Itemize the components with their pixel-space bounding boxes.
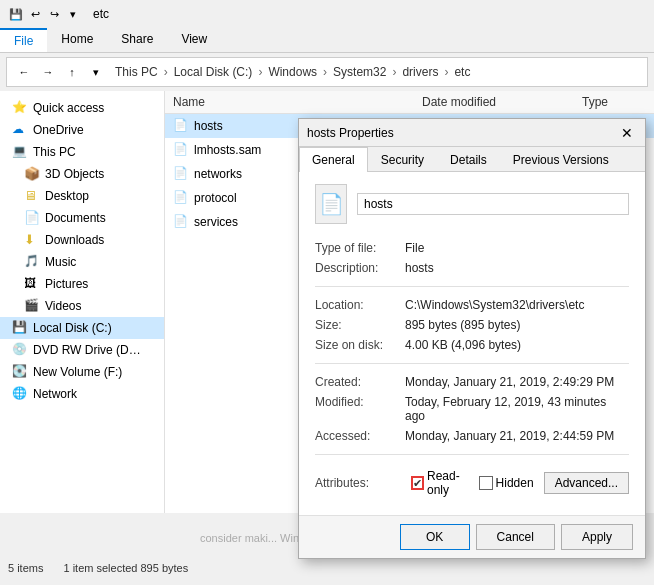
sidebar-item-this-pc[interactable]: 💻 This PC — [0, 141, 164, 163]
address-bar: ← → ↑ ▾ This PC › Local Disk (C:) › Wind… — [6, 57, 648, 87]
hidden-checkbox-wrapper[interactable]: Hidden — [479, 476, 534, 490]
apply-button[interactable]: Apply — [561, 524, 633, 550]
hidden-label: Hidden — [496, 476, 534, 490]
tab-details[interactable]: Details — [437, 147, 500, 172]
tab-home[interactable]: Home — [47, 28, 107, 52]
col-type[interactable]: Type — [574, 93, 654, 111]
size-on-disk-label: Size on disk: — [315, 338, 405, 352]
readonly-checkbox-wrapper[interactable]: ✔ Read-only — [411, 469, 469, 497]
location-value: C:\Windows\System32\drivers\etc — [405, 298, 584, 312]
music-icon: 🎵 — [24, 254, 40, 270]
sidebar: ⭐ Quick access ☁ OneDrive 💻 This PC 📦 3D… — [0, 91, 165, 556]
ok-button[interactable]: OK — [400, 524, 470, 550]
sidebar-item-dvd-label: DVD RW Drive (D:) R — [33, 343, 143, 357]
services-filename: services — [194, 215, 238, 229]
window-title: etc — [93, 7, 109, 21]
recent-button[interactable]: ▾ — [85, 61, 107, 83]
sidebar-item-quick-access[interactable]: ⭐ Quick access — [0, 97, 164, 119]
sidebar-item-music-label: Music — [45, 255, 76, 269]
save-icon: 💾 — [8, 6, 24, 22]
sidebar-item-network[interactable]: 🌐 Network — [0, 383, 164, 405]
forward-button[interactable]: → — [37, 61, 59, 83]
readonly-checkbox[interactable]: ✔ — [411, 476, 424, 490]
sidebar-item-onedrive[interactable]: ☁ OneDrive — [0, 119, 164, 141]
dialog-file-header: 📄 — [315, 184, 629, 224]
desktop-icon: 🖥 — [24, 188, 40, 204]
3d-objects-icon: 📦 — [24, 166, 40, 182]
dialog-properties-table: Type of file: File Description: hosts Lo… — [315, 238, 629, 503]
up-button[interactable]: ↑ — [61, 61, 83, 83]
selection-info: 1 item selected 895 bytes — [63, 562, 188, 574]
dropdown-icon[interactable]: ▾ — [65, 6, 81, 22]
item-count: 5 items — [8, 562, 43, 574]
hosts-filename: hosts — [194, 119, 223, 133]
created-value: Monday, January 21, 2019, 2:49:29 PM — [405, 375, 614, 389]
size-on-disk-value: 4.00 KB (4,096 bytes) — [405, 338, 521, 352]
sidebar-item-music[interactable]: 🎵 Music — [0, 251, 164, 273]
sidebar-item-desktop-label: Desktop — [45, 189, 89, 203]
protocol-filename: protocol — [194, 191, 237, 205]
attribute-controls: ✔ Read-only Hidden Advanced... — [411, 469, 629, 497]
hidden-checkbox[interactable] — [479, 476, 493, 490]
undo-icon: ↩ — [27, 6, 43, 22]
dialog-title: hosts Properties — [307, 126, 394, 140]
advanced-button[interactable]: Advanced... — [544, 472, 629, 494]
videos-icon: 🎬 — [24, 298, 40, 314]
properties-dialog: hosts Properties ✕ General Security Deta… — [298, 118, 646, 559]
description-value: hosts — [405, 261, 434, 275]
accessed-value: Monday, January 21, 2019, 2:44:59 PM — [405, 429, 614, 443]
col-name[interactable]: Name — [165, 93, 414, 111]
tab-view[interactable]: View — [167, 28, 221, 52]
nav-controls: ← → ↑ ▾ — [13, 61, 107, 83]
tab-share[interactable]: Share — [107, 28, 167, 52]
attributes-row: Attributes: ✔ Read-only Hidden — [315, 463, 629, 503]
sidebar-item-local-disk[interactable]: 💾 Local Disk (C:) — [0, 317, 164, 339]
hosts-file-icon: 📄 — [173, 118, 189, 134]
tab-previous-versions[interactable]: Previous Versions — [500, 147, 622, 172]
back-button[interactable]: ← — [13, 61, 35, 83]
new-volume-icon: 💽 — [12, 364, 28, 380]
readonly-checkmark: ✔ — [413, 477, 422, 490]
modified-label: Modified: — [315, 395, 405, 423]
sidebar-item-desktop[interactable]: 🖥 Desktop — [0, 185, 164, 207]
breadcrumb-this-pc[interactable]: This PC — [115, 65, 158, 79]
sidebar-item-pictures[interactable]: 🖼 Pictures — [0, 273, 164, 295]
sidebar-item-quick-access-label: Quick access — [33, 101, 104, 115]
sidebar-item-videos[interactable]: 🎬 Videos — [0, 295, 164, 317]
sidebar-item-this-pc-label: This PC — [33, 145, 76, 159]
sidebar-item-videos-label: Videos — [45, 299, 81, 313]
sidebar-item-onedrive-label: OneDrive — [33, 123, 84, 137]
breadcrumb-etc[interactable]: etc — [454, 65, 470, 79]
dialog-close-button[interactable]: ✕ — [617, 123, 637, 143]
networks-filename: networks — [194, 167, 242, 181]
cancel-button[interactable]: Cancel — [476, 524, 555, 550]
tab-security[interactable]: Security — [368, 147, 437, 172]
onedrive-icon: ☁ — [12, 122, 28, 138]
quick-access-icon: ⭐ — [12, 100, 28, 116]
sidebar-item-documents-label: Documents — [45, 211, 106, 225]
title-bar-icons: 💾 ↩ ↪ ▾ — [8, 6, 81, 22]
ribbon: File Home Share View — [0, 28, 654, 53]
sidebar-item-3d-objects[interactable]: 📦 3D Objects — [0, 163, 164, 185]
sidebar-item-dvd-drive[interactable]: 💿 DVD RW Drive (D:) R — [0, 339, 164, 361]
breadcrumb-system32[interactable]: System32 — [333, 65, 386, 79]
sidebar-item-documents[interactable]: 📄 Documents — [0, 207, 164, 229]
tab-file[interactable]: File — [0, 28, 47, 52]
breadcrumb-local-disk[interactable]: Local Disk (C:) — [174, 65, 253, 79]
redo-icon: ↪ — [46, 6, 62, 22]
dialog-row-accessed: Accessed: Monday, January 21, 2019, 2:44… — [315, 426, 629, 446]
sidebar-item-new-volume[interactable]: 💽 New Volume (F:) — [0, 361, 164, 383]
dialog-file-name-input[interactable] — [357, 193, 629, 215]
title-bar: 💾 ↩ ↪ ▾ etc — [0, 0, 654, 28]
dialog-title-bar: hosts Properties ✕ — [299, 119, 645, 147]
breadcrumb-windows[interactable]: Windows — [268, 65, 317, 79]
tab-general[interactable]: General — [299, 147, 368, 172]
description-label: Description: — [315, 261, 405, 275]
breadcrumb-drivers[interactable]: drivers — [402, 65, 438, 79]
col-date[interactable]: Date modified — [414, 93, 574, 111]
networks-file-icon: 📄 — [173, 166, 189, 182]
sidebar-item-new-volume-label: New Volume (F:) — [33, 365, 122, 379]
accessed-label: Accessed: — [315, 429, 405, 443]
size-value: 895 bytes (895 bytes) — [405, 318, 520, 332]
sidebar-item-downloads[interactable]: ⬇ Downloads — [0, 229, 164, 251]
